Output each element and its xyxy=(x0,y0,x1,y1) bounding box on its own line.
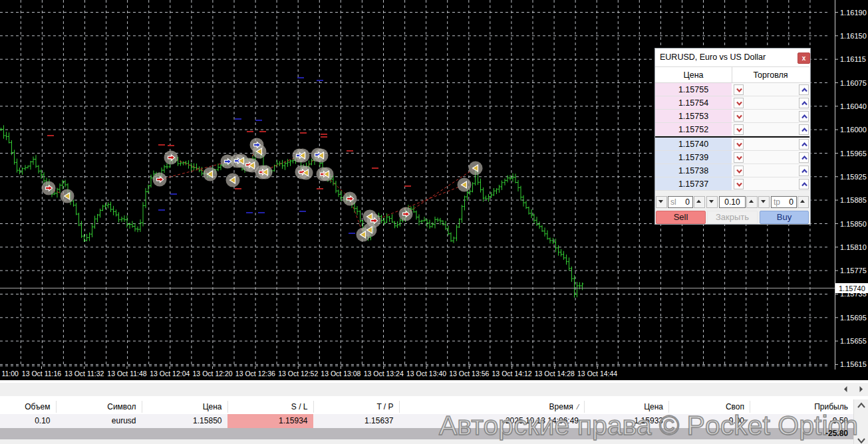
svg-text:1.15965: 1.15965 xyxy=(840,150,867,158)
svg-text:1.15925: 1.15925 xyxy=(840,173,867,181)
svg-text:1.15740: 1.15740 xyxy=(839,284,865,292)
svg-text:1.15615: 1.15615 xyxy=(840,360,867,368)
svg-text:1.16040: 1.16040 xyxy=(840,102,867,110)
svg-text:1.15810: 1.15810 xyxy=(840,243,867,251)
svg-text:1.15885: 1.15885 xyxy=(840,196,867,204)
svg-text:13 Oct 13:40: 13 Oct 13:40 xyxy=(406,370,446,378)
svg-text:13 Oct 12:04: 13 Oct 12:04 xyxy=(150,370,190,378)
svg-text:1.16000: 1.16000 xyxy=(840,126,867,134)
svg-text:1.16075: 1.16075 xyxy=(840,79,867,87)
svg-text:1.15695: 1.15695 xyxy=(840,314,867,322)
svg-text:1.15850: 1.15850 xyxy=(840,220,867,228)
svg-text:13 Oct 12:36: 13 Oct 12:36 xyxy=(235,370,275,378)
svg-text:13 Oct 12:52: 13 Oct 12:52 xyxy=(278,370,318,378)
svg-text:1.15775: 1.15775 xyxy=(840,267,867,275)
svg-text:13 Oct 14:28: 13 Oct 14:28 xyxy=(535,370,575,378)
svg-text:1.16115: 1.16115 xyxy=(840,55,866,63)
svg-text:1.15655: 1.15655 xyxy=(840,337,867,345)
svg-text:13 Oct 13:24: 13 Oct 13:24 xyxy=(364,370,404,378)
svg-text:13 Oct 11:32: 13 Oct 11:32 xyxy=(65,370,104,378)
svg-text:13 Oct 12:20: 13 Oct 12:20 xyxy=(193,370,233,378)
svg-text:13 Oct 13:08: 13 Oct 13:08 xyxy=(321,370,361,378)
svg-text:13 Oct 11:48: 13 Oct 11:48 xyxy=(107,370,147,378)
svg-text:13 Oct 11:16: 13 Oct 11:16 xyxy=(22,370,62,378)
svg-text:1.16190: 1.16190 xyxy=(840,9,867,17)
svg-text:13 Oct 14:12: 13 Oct 14:12 xyxy=(492,370,532,378)
svg-text:1.16150: 1.16150 xyxy=(840,32,867,40)
svg-text:13 Oct 13:56: 13 Oct 13:56 xyxy=(449,370,489,378)
svg-text:13 Oct 14:44: 13 Oct 14:44 xyxy=(577,370,617,378)
svg-text:13 Oct 11:00: 13 Oct 11:00 xyxy=(0,370,19,378)
